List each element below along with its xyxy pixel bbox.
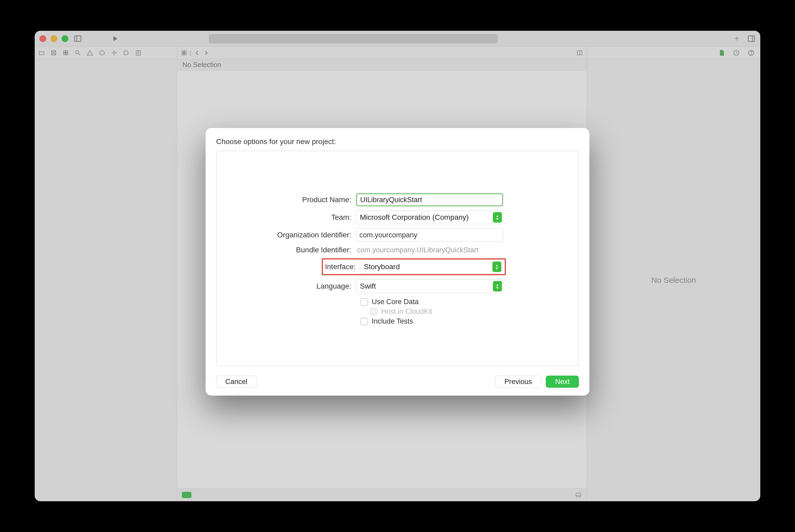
use-core-data-checkbox[interactable] — [361, 298, 368, 306]
sheet-button-row: Cancel Previous Next — [216, 376, 579, 388]
org-id-input[interactable] — [356, 228, 503, 242]
nav-back-icon[interactable] — [194, 50, 200, 56]
svg-rect-10 — [64, 53, 65, 55]
include-tests-label: Include Tests — [372, 317, 413, 325]
source-control-navigator-icon[interactable] — [51, 50, 57, 56]
sidebar-toggle-icon[interactable] — [74, 34, 82, 43]
org-id-label: Organization Identifier: — [230, 231, 356, 239]
use-core-data-row[interactable]: Use Core Data — [361, 298, 565, 306]
inspector-tabs — [587, 46, 760, 59]
product-name-label: Product Name: — [230, 195, 356, 204]
navigator-tabs — [35, 46, 177, 59]
svg-point-32 — [751, 54, 751, 55]
bundle-id-value: com.yourcompany.UILibraryQuickStart — [356, 246, 478, 254]
xcode-window: + | — [35, 31, 760, 501]
interface-value: Storyboard — [364, 263, 400, 271]
cancel-button[interactable]: Cancel — [216, 376, 257, 388]
editor-nav-controls: | — [177, 46, 587, 59]
svg-marker-14 — [100, 51, 105, 55]
nav-forward-icon[interactable] — [203, 50, 209, 56]
add-tab-button[interactable]: + — [734, 34, 739, 43]
svg-rect-25 — [184, 51, 186, 53]
sheet-title: Choose options for your new project: — [216, 137, 579, 146]
inspector-no-selection-label: No Selection — [651, 276, 696, 285]
host-cloudkit-label: Host in CloudKit — [381, 307, 432, 316]
test-navigator-icon[interactable] — [99, 50, 105, 56]
help-inspector-icon[interactable] — [748, 50, 755, 56]
titlebar: + — [35, 31, 760, 46]
window-traffic-lights — [39, 35, 68, 42]
popup-arrows-icon — [493, 212, 502, 223]
editor-options-icon[interactable] — [576, 50, 583, 56]
debug-bar — [177, 488, 587, 501]
host-cloudkit-row: Host in CloudKit — [370, 307, 565, 316]
bundle-id-label: Bundle Identifier: — [230, 246, 356, 254]
navigator-filter-bar: | — [35, 46, 760, 59]
run-button-icon[interactable] — [111, 34, 119, 43]
svg-rect-24 — [182, 51, 184, 53]
include-tests-checkbox[interactable] — [361, 318, 368, 325]
debug-active-indicator-icon[interactable] — [182, 492, 191, 498]
interface-popup[interactable]: Storyboard — [360, 260, 503, 273]
editor-path-bar: No Selection — [177, 59, 587, 71]
svg-rect-26 — [182, 53, 184, 55]
inspector-panel: No Selection — [587, 59, 760, 501]
svg-point-15 — [113, 52, 115, 54]
related-items-icon[interactable] — [181, 50, 187, 56]
breakpoint-navigator-icon[interactable] — [123, 50, 129, 56]
product-name-input[interactable] — [356, 193, 503, 206]
include-tests-row[interactable]: Include Tests — [361, 317, 565, 325]
options-form: Product Name: Team: Microsoft Corporatio… — [216, 151, 579, 366]
navigator-panel — [35, 59, 177, 501]
new-project-options-sheet: Choose options for your new project: Pro… — [206, 128, 589, 396]
team-label: Team: — [230, 213, 356, 222]
svg-rect-11 — [66, 53, 68, 55]
use-core-data-label: Use Core Data — [372, 298, 419, 306]
library-toggle-icon[interactable] — [747, 34, 756, 43]
zoom-window-button[interactable] — [61, 35, 68, 42]
interface-row-highlight: Interface: Storyboard — [322, 259, 506, 275]
close-window-button[interactable] — [39, 35, 46, 42]
svg-marker-2 — [113, 36, 117, 41]
report-navigator-icon[interactable] — [135, 50, 141, 56]
svg-line-13 — [79, 54, 80, 55]
interface-label: Interface: — [323, 263, 360, 271]
svg-point-12 — [76, 51, 79, 54]
svg-rect-33 — [576, 493, 581, 497]
scheme-address-bar[interactable] — [209, 34, 498, 43]
language-label: Language: — [230, 282, 356, 290]
minimize-window-button[interactable] — [51, 35, 57, 42]
svg-rect-27 — [184, 53, 186, 55]
history-inspector-icon[interactable] — [733, 50, 740, 56]
previous-button[interactable]: Previous — [495, 376, 541, 388]
host-cloudkit-checkbox — [370, 308, 378, 316]
find-navigator-icon[interactable] — [75, 50, 81, 56]
svg-rect-8 — [64, 51, 65, 53]
project-navigator-icon[interactable] — [38, 50, 45, 56]
popup-arrows-icon — [492, 262, 501, 272]
editor-no-selection-label: No Selection — [183, 61, 221, 69]
language-popup[interactable]: Swift — [356, 280, 503, 293]
debug-console-toggle-icon[interactable] — [575, 492, 582, 498]
symbol-navigator-icon[interactable] — [62, 50, 69, 56]
svg-rect-9 — [66, 51, 68, 53]
file-inspector-icon[interactable] — [718, 50, 725, 56]
popup-arrows-icon — [493, 281, 502, 291]
team-value: Microsoft Corporation (Company) — [360, 213, 469, 222]
svg-rect-3 — [748, 36, 755, 41]
next-button[interactable]: Next — [546, 376, 579, 388]
debug-navigator-icon[interactable] — [111, 50, 117, 56]
svg-rect-0 — [75, 36, 81, 41]
language-value: Swift — [360, 282, 376, 290]
team-popup[interactable]: Microsoft Corporation (Company) — [356, 211, 503, 224]
issue-navigator-icon[interactable] — [87, 50, 93, 56]
